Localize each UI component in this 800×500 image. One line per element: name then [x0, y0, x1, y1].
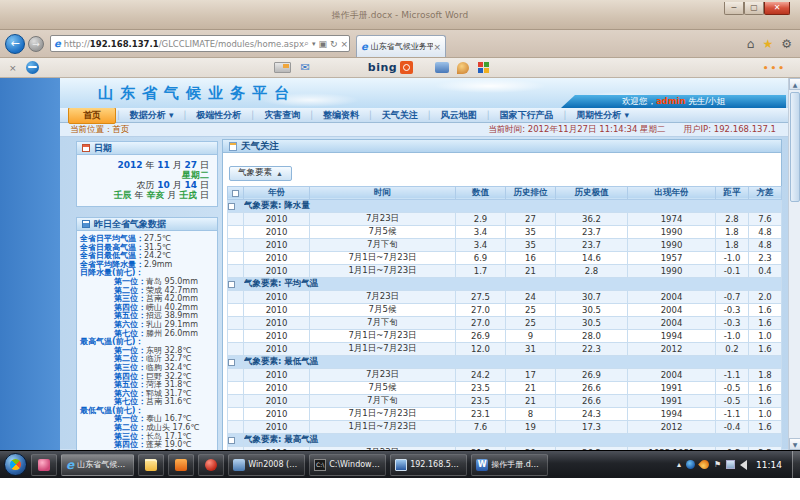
mail-icon[interactable]: ✉	[301, 61, 310, 74]
group-checkbox[interactable]	[228, 359, 235, 366]
table-cell: 7月下旬	[310, 316, 456, 329]
minimize-button[interactable]: ─	[724, 2, 744, 15]
compatibility-icon[interactable]: ▣	[318, 39, 327, 49]
toolbar-app-icon[interactable]	[435, 62, 449, 73]
address-bar[interactable]: e http://192.168.137.1/GLCCLIMATE/module…	[50, 35, 350, 52]
show-desktop-button[interactable]	[792, 451, 800, 479]
table-cell: 28.0	[556, 329, 628, 342]
table-cell: 12.0	[456, 342, 506, 355]
calendar-panel-header: 日期	[77, 142, 217, 155]
taskbar-button-ie[interactable]: e山东省气候业...	[61, 454, 134, 476]
bing-search[interactable]: bing	[368, 61, 413, 74]
nav-item-4[interactable]: 整编资料	[314, 109, 368, 122]
welcome-suffix: 先生/小姐	[686, 96, 726, 106]
table-cell: 25	[506, 303, 556, 316]
scroll-down-icon[interactable]: ▼	[789, 438, 800, 450]
hidden-icons-icon[interactable]: ▴	[677, 460, 681, 469]
table-cell: 27	[506, 212, 556, 225]
group-label: 气象要素: 平均气温	[244, 277, 782, 290]
tools-gear-icon[interactable]: ⚙	[781, 37, 792, 51]
table-cell: 7月5候	[310, 381, 456, 394]
action-center-flag-icon[interactable]: ⚑	[714, 460, 721, 469]
browser-tab[interactable]: e 山东省气候业务平... ×	[356, 35, 446, 57]
toolbar-logo-icon[interactable]	[26, 61, 39, 74]
table-cell: 2010	[244, 225, 310, 238]
taskbar-icon-media[interactable]	[198, 454, 224, 476]
network-tray-icon[interactable]	[726, 460, 735, 469]
table-cell: 21	[506, 264, 556, 277]
table-cell: 2010	[244, 264, 310, 277]
group-checkbox[interactable]	[228, 203, 235, 210]
nav-item-6[interactable]: 风云地图	[432, 109, 486, 122]
calendar-icon	[82, 144, 90, 152]
column-header: 历史排位	[506, 186, 556, 199]
taskbar-icon-orange-app[interactable]	[168, 454, 194, 476]
nav-item-3[interactable]: 灾害查询	[255, 109, 309, 122]
toolbar-games-icon[interactable]	[477, 62, 489, 74]
table-cell: 21	[506, 394, 556, 407]
table-cell: -1.1	[716, 368, 749, 381]
table-cell: 23.1	[456, 407, 506, 420]
group-row: 气象要素: 最高气温	[228, 433, 782, 446]
card-icon[interactable]	[274, 62, 291, 73]
maximize-button[interactable]: ▢	[744, 2, 764, 15]
nav-item-0[interactable]: 首页	[68, 107, 116, 124]
nav-item-2[interactable]: 极端性分析	[187, 109, 250, 122]
select-all-checkbox[interactable]	[232, 190, 239, 197]
main-panel: 天气关注 气象要素 ▲ 年份时间数值历史排位历史极值出现年份距平方	[222, 139, 782, 449]
close-button[interactable]: ✕	[764, 2, 790, 15]
current-time: 当前时间: 2012年11月27日 11:14:34 星期二	[488, 124, 665, 136]
search-icon[interactable]: ⌕	[304, 38, 309, 49]
taskbar-icon-pink-app[interactable]	[31, 454, 57, 476]
taskbar-button-app[interactable]: Win2008 (VS2...	[228, 454, 305, 476]
taskbar-button-cmd[interactable]: C:\C:\Windows\s...	[309, 454, 386, 476]
table-cell: 16	[506, 251, 556, 264]
page-scrollbar[interactable]: ▲ ▼	[788, 78, 800, 450]
favorites-icon[interactable]: ★	[762, 37, 773, 51]
group-label: 气象要素: 最低气温	[244, 355, 782, 368]
scrollbar-thumb[interactable]	[790, 92, 800, 202]
bing-search-icon[interactable]	[400, 61, 413, 74]
home-icon[interactable]: ⌂	[747, 37, 755, 51]
column-header: 方差	[749, 186, 782, 199]
browser-chrome: ← → e http://192.168.137.1/GLCCLIMATE/mo…	[0, 30, 800, 58]
toolbar-close-icon[interactable]: ×	[9, 63, 17, 73]
table-cell: 2004	[628, 290, 716, 303]
taskbar-clock[interactable]: 11:14	[756, 460, 782, 470]
word-icon: W	[476, 459, 488, 471]
taskbar-button-rdp[interactable]: 192.168.59.99...	[390, 454, 467, 476]
element-filter-button[interactable]: 气象要素 ▲	[229, 166, 292, 181]
url-host: 192.168.137.1	[90, 39, 159, 49]
refresh-icon[interactable]: ↻	[330, 39, 338, 49]
start-button[interactable]	[4, 453, 27, 476]
back-button[interactable]: ←	[5, 34, 25, 54]
table-cell: 2010	[244, 212, 310, 225]
download-tray-icon[interactable]	[698, 458, 711, 471]
search-dropdown-icon[interactable]: ▾	[312, 40, 316, 48]
taskbar-button-word[interactable]: W操作手册.docx ...	[471, 454, 548, 476]
table-cell: 1.0	[749, 407, 782, 420]
forward-button[interactable]: →	[28, 36, 44, 52]
toolbar-pet-icon[interactable]	[457, 62, 469, 74]
table-cell: 2.8	[716, 212, 749, 225]
table-cell: 26.9	[456, 329, 506, 342]
table-row: 20107月下旬3.43523.719901.84.8	[228, 238, 782, 251]
weather-panel-header: 昨日全省气象数据	[77, 218, 217, 231]
weather-panel-title: 昨日全省气象数据	[94, 218, 166, 231]
group-checkbox[interactable]	[228, 437, 235, 444]
tab-close-icon[interactable]: ×	[433, 42, 441, 52]
nav-item-1[interactable]: 数据分析 ▾	[121, 109, 183, 122]
group-row: 气象要素: 平均气温	[228, 277, 782, 290]
taskbar-icon-folder[interactable]	[138, 454, 164, 476]
nav-item-5[interactable]: 天气关注	[373, 109, 427, 122]
more-options-icon[interactable]: •••	[763, 63, 786, 73]
stop-icon[interactable]: ×	[341, 39, 349, 49]
antivirus-tray-icon[interactable]	[686, 460, 695, 469]
volume-tray-icon[interactable]	[740, 460, 747, 470]
nav-item-7[interactable]: 国家下行产品	[490, 109, 562, 122]
nav-item-8[interactable]: 周期性分析 ▾	[567, 109, 638, 122]
scroll-up-icon[interactable]: ▲	[789, 78, 800, 90]
url-protocol: http://	[64, 39, 90, 49]
table-cell: 24.2	[456, 368, 506, 381]
group-checkbox[interactable]	[228, 281, 235, 288]
